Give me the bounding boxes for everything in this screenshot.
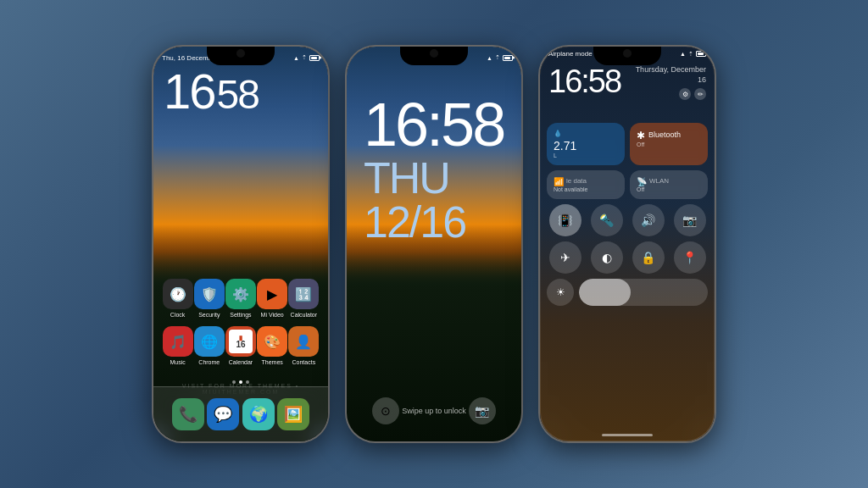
calendar-icon: ▐▌ 16 bbox=[225, 326, 256, 357]
phone-home: Thu, 16 December 2021 ▲ ⇡ 16 58 bbox=[152, 45, 330, 443]
mobile-data-status: Not available bbox=[554, 186, 618, 192]
wlan-status: Off bbox=[637, 186, 701, 192]
cc-tile-bluetooth[interactable]: ✱ Bluetooth Off bbox=[630, 123, 708, 165]
contacts-label: Contacts bbox=[292, 359, 316, 365]
cc-tile-water[interactable]: 💧 2.71 L bbox=[547, 123, 625, 165]
wlan-icon: 📡 bbox=[637, 177, 647, 186]
brightness-fill bbox=[579, 279, 631, 306]
mobile-data-header: 📶 le data bbox=[554, 177, 618, 186]
home-indicator bbox=[602, 434, 653, 436]
water-title: 💧 bbox=[554, 130, 618, 137]
bluetooth-status: Off bbox=[637, 141, 701, 147]
dock-messages[interactable]: 💬 bbox=[207, 398, 239, 430]
lock-clock: 16:58 THU 12/16 bbox=[364, 97, 504, 244]
app-clock[interactable]: 🕐 Clock bbox=[163, 279, 193, 318]
lock-wifi-icon: ⇡ bbox=[495, 54, 500, 61]
lock-battery-fill bbox=[504, 57, 510, 59]
lock-screen: ▲ ⇡ 16:58 THU 12/16 ⊙ Swipe up to unlock… bbox=[347, 47, 521, 441]
clock-minutes: 58 bbox=[217, 75, 259, 115]
cc-status-icons: ▲ ⇡ bbox=[680, 51, 706, 58]
auto-brightness-button[interactable]: ◐ bbox=[591, 241, 623, 274]
lock-camera-button[interactable]: ⊙ bbox=[372, 397, 399, 424]
themes-label: Themes bbox=[262, 359, 283, 365]
mivideo-label: Mi Video bbox=[261, 312, 284, 318]
security-label: Security bbox=[198, 312, 220, 318]
cc-edit-icon[interactable]: ✏ bbox=[694, 88, 706, 100]
app-music[interactable]: 🎵 Music bbox=[163, 326, 193, 365]
cc-tiles: 💧 2.71 L ✱ Bluetooth Off bbox=[547, 123, 708, 306]
cc-status-bar: Airplane mode ▲ ⇡ bbox=[540, 50, 715, 58]
cc-signal-icon: ▲ bbox=[680, 51, 686, 57]
calculator-icon: 🔢 bbox=[288, 279, 319, 309]
mobile-data-icon: 📶 bbox=[554, 177, 564, 186]
app-security[interactable]: 🛡️ Security bbox=[194, 279, 225, 318]
phones-container: Thu, 16 December 2021 ▲ ⇡ 16 58 bbox=[152, 45, 716, 443]
app-settings[interactable]: ⚙️ Settings bbox=[225, 279, 256, 318]
swipe-hint: Swipe up to unlock bbox=[402, 407, 466, 415]
location-button[interactable]: 📍 bbox=[674, 241, 706, 274]
app-chrome[interactable]: 🌐 Chrome bbox=[194, 326, 225, 365]
camera-punch-lock bbox=[430, 49, 438, 58]
page-dots bbox=[232, 380, 249, 384]
lock-bottom: ⊙ Swipe up to unlock 📷 bbox=[347, 397, 521, 424]
home-screen: Thu, 16 December 2021 ▲ ⇡ 16 58 bbox=[153, 47, 328, 441]
cc-wifi-icon: ⇡ bbox=[688, 51, 693, 58]
bluetooth-label: Bluetooth bbox=[648, 130, 681, 139]
music-label: Music bbox=[170, 359, 185, 365]
app-row-2: 🎵 Music 🌐 Chrome ▐▌ 16 bbox=[162, 326, 320, 365]
flashlight-button[interactable]: 🔦 bbox=[591, 204, 623, 236]
brightness-slider[interactable] bbox=[579, 279, 708, 306]
lock-signal-icon: ▲ bbox=[487, 55, 492, 61]
control-center-screen: Airplane mode ▲ ⇡ 16:58 Thursday, Decemb… bbox=[540, 47, 715, 441]
vibrate-button[interactable]: 📳 bbox=[549, 204, 581, 236]
app-themes[interactable]: 🎨 Themes bbox=[257, 326, 287, 365]
calculator-label: Calculator bbox=[291, 312, 318, 318]
airplane-mode-text: Airplane mode bbox=[548, 50, 593, 58]
notch bbox=[207, 47, 275, 65]
dock-gallery[interactable]: 🖼️ bbox=[277, 398, 309, 430]
dock-phone[interactable]: 📞 bbox=[172, 398, 204, 430]
mivideo-icon: ▶ bbox=[257, 279, 287, 309]
phone-lock: ▲ ⇡ 16:58 THU 12/16 ⊙ Swipe up to unlock… bbox=[345, 45, 523, 443]
lock-date-block: THU 12/16 bbox=[364, 156, 504, 244]
cc-tile-wlan[interactable]: 📡 WLAN Off bbox=[630, 170, 708, 199]
settings-icon: ⚙️ bbox=[225, 279, 256, 309]
mobile-data-title: le data bbox=[566, 177, 587, 185]
app-calendar[interactable]: ▐▌ 16 Calendar bbox=[225, 326, 256, 365]
dot-3 bbox=[246, 380, 249, 384]
cc-tile-mobile-data[interactable]: 📶 le data Not available bbox=[547, 170, 625, 199]
cc-tiles-row2: 📶 le data Not available 📡 WLAN Off bbox=[547, 170, 708, 199]
dock-browser[interactable]: 🌍 bbox=[242, 398, 275, 430]
settings-label: Settings bbox=[230, 312, 251, 318]
cc-tiles-row1: 💧 2.71 L ✱ Bluetooth Off bbox=[547, 123, 708, 165]
dock: 📞 💬 🌍 🖼️ bbox=[153, 386, 328, 441]
dot-1 bbox=[232, 380, 236, 384]
wlan-title: WLAN bbox=[649, 177, 669, 185]
cc-header-icons: ⚙ ✏ bbox=[636, 88, 706, 100]
cc-settings-icon[interactable]: ⚙ bbox=[679, 88, 691, 100]
status-icons: ▲ ⇡ bbox=[293, 54, 320, 61]
cc-battery-fill bbox=[698, 53, 704, 55]
notch-lock bbox=[400, 47, 468, 65]
app-calculator[interactable]: 🔢 Calculator bbox=[288, 279, 319, 318]
clock-area: 16 58 bbox=[164, 67, 259, 116]
cc-quick-row1: 📳 🔦 🔊 📷 bbox=[547, 204, 708, 236]
themes-icon: 🎨 bbox=[257, 326, 287, 357]
cc-quick-row2: ✈ ◐ 🔒 📍 bbox=[547, 241, 708, 274]
app-mivideo[interactable]: ▶ Mi Video bbox=[257, 279, 287, 318]
chrome-label: Chrome bbox=[198, 359, 220, 365]
lock-rotation-button[interactable]: 🔒 bbox=[632, 241, 665, 274]
phone-control-center: Airplane mode ▲ ⇡ 16:58 Thursday, Decemb… bbox=[538, 45, 716, 443]
app-contacts[interactable]: 👤 Contacts bbox=[288, 326, 319, 365]
lock-home-button[interactable]: 📷 bbox=[469, 397, 496, 424]
bluetooth-header: ✱ Bluetooth bbox=[637, 130, 701, 141]
app-row-1: 🕐 Clock 🛡️ Security ⚙️ Settings ▶ Mi Vid… bbox=[162, 279, 320, 318]
cc-clock-row: 16:58 Thursday, December 16 ⚙ ✏ bbox=[548, 65, 706, 100]
camera-button[interactable]: 📷 bbox=[674, 204, 706, 236]
chrome-icon: 🌐 bbox=[194, 326, 225, 357]
airplane-button[interactable]: ✈ bbox=[549, 241, 581, 274]
lock-time: 16:58 bbox=[364, 97, 504, 152]
battery-icon bbox=[309, 55, 320, 61]
cc-time-area: 16:58 bbox=[548, 65, 620, 97]
volume-button[interactable]: 🔊 bbox=[632, 204, 665, 236]
